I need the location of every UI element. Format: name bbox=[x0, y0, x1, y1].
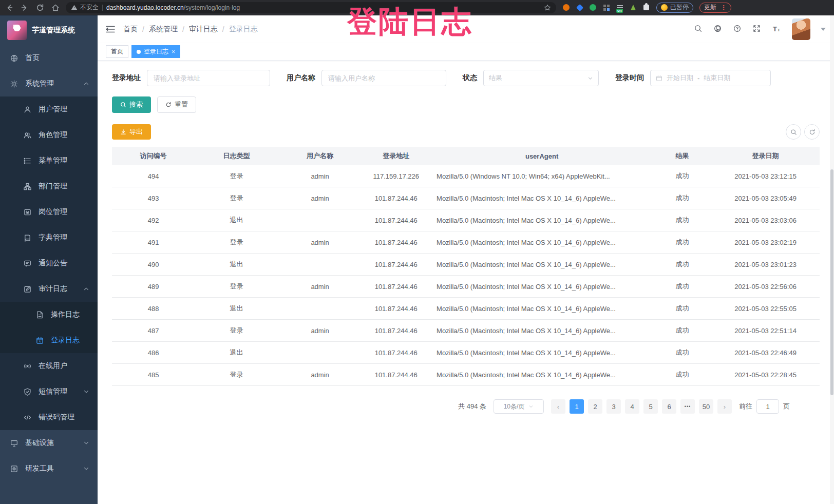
code-icon bbox=[24, 414, 31, 421]
forward-icon[interactable] bbox=[21, 4, 29, 12]
reset-button[interactable]: 重置 bbox=[157, 96, 196, 113]
toggle-search-button[interactable] bbox=[786, 124, 801, 140]
table-cell: 101.87.244.46 bbox=[362, 261, 430, 268]
warning-icon bbox=[71, 4, 78, 11]
sidebar-menu: 首页系统管理用户管理角色管理菜单管理部门管理岗位管理字典管理通知公告审计日志操作… bbox=[0, 45, 98, 481]
goto-page-input[interactable] bbox=[756, 399, 779, 414]
back-icon[interactable] bbox=[5, 4, 13, 12]
font-size-icon[interactable]: TT bbox=[772, 25, 782, 34]
breadcrumb-item[interactable]: 首页 bbox=[123, 25, 138, 34]
sidebar-item-online-users[interactable]: 在线用户 bbox=[0, 353, 98, 379]
table-cell: Mozilla/5.0 (Macintosh; Intel Mac OS X 1… bbox=[430, 195, 653, 202]
table-cell: 成功 bbox=[653, 216, 711, 225]
username-input[interactable] bbox=[321, 70, 446, 86]
breadcrumb-separator: / bbox=[142, 25, 144, 33]
close-icon[interactable]: × bbox=[172, 49, 175, 55]
column-header: 登录日期 bbox=[711, 151, 820, 161]
home-icon[interactable] bbox=[51, 4, 60, 12]
sidebar-item-label: 部门管理 bbox=[39, 182, 67, 191]
extension-orange-circle-icon[interactable] bbox=[562, 4, 570, 11]
page-button-5[interactable]: 5 bbox=[643, 399, 658, 414]
sidebar-item-system-mgmt[interactable]: 系统管理 bbox=[0, 71, 98, 96]
app-logo-row[interactable]: 芋道管理系统 bbox=[0, 15, 98, 45]
tab-首页[interactable]: 首页 bbox=[106, 45, 128, 58]
sidebar-item-label: 岗位管理 bbox=[39, 207, 67, 217]
sidebar-item-menu-mgmt[interactable]: 菜单管理 bbox=[0, 148, 98, 173]
update-browser-button[interactable]: 更新 ⋮ bbox=[699, 3, 731, 13]
table-cell: Mozilla/5.0 (Windows NT 10.0; Win64; x64… bbox=[430, 172, 653, 180]
page-button-50[interactable]: 50 bbox=[699, 399, 713, 414]
avatar-caret-down-icon[interactable] bbox=[821, 28, 826, 31]
login-time-range-picker[interactable]: 开始日期 - 结束日期 bbox=[650, 70, 771, 86]
page-button-1[interactable]: 1 bbox=[570, 399, 584, 414]
table-cell: 2021-05-03 22:56:06 bbox=[711, 283, 820, 290]
breadcrumb-item[interactable]: 审计日志 bbox=[189, 25, 218, 34]
extension-blue-gem-icon[interactable] bbox=[576, 4, 583, 11]
extension-puzzle-icon[interactable] bbox=[642, 4, 650, 11]
page-button-6[interactable]: 6 bbox=[662, 399, 676, 414]
sidebar-item-error-code-mgmt[interactable]: 错误码管理 bbox=[0, 404, 98, 430]
table-cell: admin bbox=[278, 371, 362, 379]
sidebar-item-operation-log[interactable]: 操作日志 bbox=[0, 302, 98, 327]
github-icon[interactable] bbox=[714, 25, 723, 34]
page-button-2[interactable]: 2 bbox=[588, 399, 602, 414]
sidebar-item-home[interactable]: 首页 bbox=[0, 45, 98, 71]
tab-登录日志[interactable]: 登录日志× bbox=[131, 45, 180, 58]
extension-green-circle-icon[interactable] bbox=[589, 4, 597, 11]
chevron-down-icon bbox=[83, 440, 89, 446]
page-scrollbar[interactable] bbox=[830, 15, 834, 504]
sidebar-item-audit-log[interactable]: 审计日志 bbox=[0, 276, 98, 302]
table-row: 491登录admin101.87.244.46Mozilla/5.0 (Maci… bbox=[112, 231, 820, 254]
sidebar-item-role-mgmt[interactable]: 角色管理 bbox=[0, 122, 98, 148]
browser-menu-dots-icon[interactable]: ⋮ bbox=[721, 4, 727, 11]
page-ellipsis[interactable]: ••• bbox=[680, 399, 695, 414]
svg-text:T: T bbox=[778, 28, 780, 32]
sidebar-item-label: 操作日志 bbox=[51, 310, 80, 319]
scrollbar-thumb[interactable] bbox=[830, 169, 833, 395]
date-start-placeholder: 开始日期 bbox=[667, 73, 693, 83]
extension-plant-icon[interactable] bbox=[629, 4, 637, 11]
login-address-input[interactable] bbox=[147, 70, 270, 86]
fullscreen-icon[interactable] bbox=[753, 25, 762, 34]
breadcrumb-item[interactable]: 系统管理 bbox=[149, 25, 178, 34]
page-button-3[interactable]: 3 bbox=[606, 399, 621, 414]
url-bar[interactable]: 不安全 dashboard.yudao.iocoder.cn/system/lo… bbox=[66, 2, 556, 13]
next-page-button[interactable]: › bbox=[717, 399, 732, 414]
table-cell: 成功 bbox=[653, 304, 711, 313]
online-icon bbox=[24, 362, 31, 370]
breadcrumb-separator: / bbox=[182, 25, 184, 33]
refresh-table-button[interactable] bbox=[804, 124, 820, 140]
column-header: 日志类型 bbox=[195, 151, 278, 161]
sidebar-item-notice[interactable]: 通知公告 bbox=[0, 250, 98, 276]
sidebar-item-infrastructure[interactable]: 基础设施 bbox=[0, 430, 98, 456]
table-cell: 101.87.244.46 bbox=[362, 217, 430, 224]
search-button[interactable]: 搜索 bbox=[112, 96, 151, 113]
bookmark-star-icon[interactable] bbox=[544, 4, 551, 11]
table-header: 访问编号日志类型用户名称登录地址userAgent结果登录日期 bbox=[112, 147, 820, 165]
page-button-4[interactable]: 4 bbox=[625, 399, 639, 414]
table-cell: 2021-05-03 22:46:49 bbox=[711, 349, 820, 357]
extension-grid-icon[interactable] bbox=[602, 4, 610, 11]
sidebar-item-sms-mgmt[interactable]: 短信管理 bbox=[0, 379, 98, 404]
security-label[interactable]: 不安全 bbox=[80, 3, 99, 12]
status-select[interactable]: 结果 bbox=[483, 70, 599, 86]
page-size-select[interactable]: 10条/页 bbox=[494, 399, 544, 414]
sidebar-item-post-mgmt[interactable]: 岗位管理 bbox=[0, 199, 98, 225]
sidebar-item-dept-mgmt[interactable]: 部门管理 bbox=[0, 173, 98, 199]
table-cell: 退出 bbox=[195, 260, 278, 269]
sidebar-item-user-mgmt[interactable]: 用户管理 bbox=[0, 96, 98, 122]
sidebar-item-login-log[interactable]: 登录日志 bbox=[0, 327, 98, 353]
table-cell: Mozilla/5.0 (Macintosh; Intel Mac OS X 1… bbox=[430, 327, 653, 335]
paused-extension-pill[interactable]: 已暂停 bbox=[656, 3, 693, 13]
sidebar-toggle-icon[interactable] bbox=[106, 26, 115, 33]
chevron-down-icon bbox=[83, 466, 89, 472]
prev-page-button[interactable]: ‹ bbox=[551, 399, 565, 414]
reload-icon[interactable] bbox=[36, 4, 44, 12]
help-icon[interactable] bbox=[733, 25, 743, 34]
extension-list-on-icon[interactable]: on bbox=[616, 4, 623, 11]
sidebar-item-dict-mgmt[interactable]: 字典管理 bbox=[0, 225, 98, 250]
sidebar-item-dev-tools[interactable]: 研发工具 bbox=[0, 456, 98, 481]
export-button[interactable]: 导出 bbox=[112, 124, 151, 140]
search-icon[interactable] bbox=[694, 25, 704, 34]
user-avatar[interactable] bbox=[792, 18, 810, 40]
